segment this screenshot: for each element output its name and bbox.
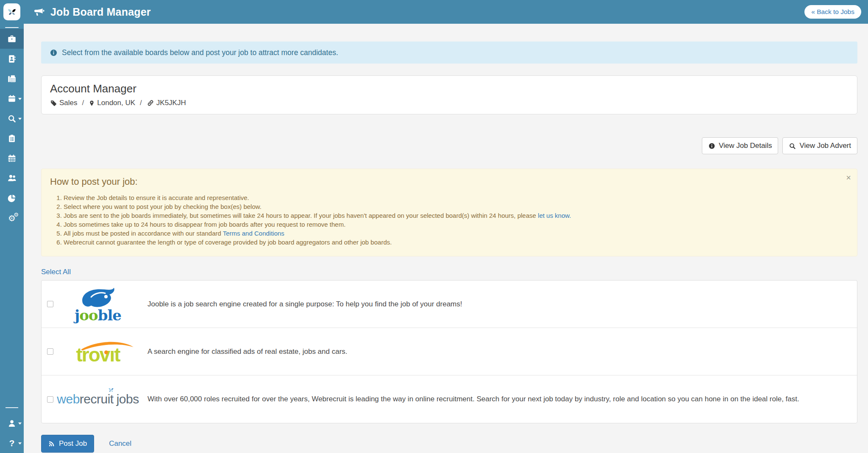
app-logo[interactable] [0,0,24,24]
page-header: Job Board Manager « Back to Jobs [24,0,868,24]
butterfly-logo-icon [3,3,20,20]
list-item: Jobs sometimes take up to 24 hours to di… [64,220,849,229]
board-description: Jooble is a job search engine created fo… [147,300,462,308]
webrecruit-wordmark: webrecruit jobs [57,392,139,406]
meta-separator: / [139,99,143,107]
board-row-jooble: jooble Jooble is a job search engine cre… [42,281,857,328]
meta-separator: / [81,99,86,107]
search-icon [7,114,17,123]
list-item: Select where you want to post your job b… [64,202,849,211]
how-to-post-panel: × How to post your job: Review the Job d… [41,169,857,256]
users-icon [7,173,17,183]
jooble-wordmark: jooble [75,309,121,322]
address-book-icon [7,54,17,64]
terms-and-conditions-link[interactable]: Terms and Conditions [223,230,284,237]
list-item: Webrecruit cannot guarantee the length o… [64,238,849,247]
select-all-link[interactable]: Select All [41,268,71,276]
sidebar-item-search[interactable] [0,108,24,128]
trovit-dot-icon [104,350,108,354]
back-to-jobs-button[interactable]: « Back to Jobs [804,5,861,19]
chevron-down-icon [18,422,22,425]
sidebar-item-account[interactable] [0,413,24,433]
job-actions: View Job Details View Job Advert [41,137,857,154]
sidebar: ⚙⚙ ? [0,0,24,453]
trovit-checkbox[interactable] [47,348,53,355]
sidebar-footer: ? [0,407,24,453]
app: ⚙⚙ ? Job Board Manager « Back to [0,0,868,453]
chevron-down-icon [18,118,22,120]
sidebar-item-calendar-grid[interactable] [0,148,24,168]
chevron-down-icon [18,98,22,100]
job-board-list: jooble Jooble is a job search engine cre… [41,280,857,423]
board-row-webrecruit: webrecruit jobs With over 60,000 roles r… [42,375,857,423]
jooble-logo: jooble [59,287,136,322]
link-icon [147,99,154,107]
view-job-details-button[interactable]: View Job Details [702,137,778,154]
sidebar-item-fax[interactable] [0,69,24,89]
info-alert: Select from the available boards below a… [41,42,857,64]
job-title: Account Manager [50,82,849,95]
sidebar-divider-top [5,27,19,28]
list-item: Jobs are sent to the job boards immediat… [64,211,849,220]
webrecruit-logo: webrecruit jobs [59,392,136,406]
list-item: All jobs must be posted in accordance wi… [64,229,849,238]
sidebar-item-briefcase[interactable] [0,29,24,49]
fax-icon [7,74,17,83]
trovit-arc-icon [78,338,142,350]
how-to-post-title: How to post your job: [50,176,849,187]
question-icon: ? [9,438,15,448]
rss-icon [48,440,55,447]
butterfly-icon [108,386,114,393]
form-footer: Post Job Cancel [41,435,857,453]
info-circle-icon [708,142,715,150]
sidebar-item-clipboard[interactable] [0,128,24,148]
page-title: Job Board Manager [50,6,151,18]
job-location: London, UK [89,99,135,107]
close-icon[interactable]: × [846,173,851,182]
main-content: Select from the available boards below a… [24,24,868,453]
post-job-button[interactable]: Post Job [41,435,94,453]
list-item: Review the Job details to ensure it is a… [64,193,849,202]
sidebar-divider-bottom [6,407,18,408]
user-icon [7,419,17,428]
sidebar-item-settings[interactable]: ⚙⚙ [0,208,24,228]
calendar-grid-icon [7,154,17,163]
info-alert-text: Select from the available boards below a… [62,48,338,57]
sidebar-item-address-book[interactable] [0,49,24,69]
how-to-post-list: Review the Job details to ensure it is a… [50,193,849,247]
map-marker-icon [89,100,95,107]
jooble-checkbox[interactable] [47,301,53,307]
content-column: Job Board Manager « Back to Jobs Select … [24,0,868,453]
gears-icon: ⚙⚙ [8,214,16,222]
sidebar-item-users[interactable] [0,168,24,188]
let-us-know-link[interactable]: let us know. [538,212,571,219]
sidebar-item-calendar[interactable] [0,89,24,108]
info-circle-icon [50,49,58,57]
sidebar-item-help[interactable]: ? [0,433,24,453]
bullhorn-icon [33,6,45,18]
board-description: A search engine for classified ads of re… [147,347,348,356]
tag-icon [50,100,57,107]
jooble-fish-icon [79,287,117,309]
cancel-link[interactable]: Cancel [109,439,131,448]
trovit-logo: trovıt [59,340,136,363]
board-description: With over 60,000 roles recruited for ove… [147,395,799,403]
job-category: Sales [50,99,78,107]
pie-chart-icon [7,194,17,203]
view-job-advert-button[interactable]: View Job Advert [782,137,857,154]
job-summary-card: Account Manager Sales / [41,75,857,114]
calendar-icon [7,94,17,103]
sidebar-item-pie-chart[interactable] [0,188,24,208]
webrecruit-checkbox[interactable] [47,396,53,403]
job-reference: JK5JKJH [147,99,186,107]
chevron-down-icon [18,442,22,445]
briefcase-icon [7,34,17,44]
clipboard-icon [7,134,17,143]
search-icon [789,142,796,150]
job-meta: Sales / London, UK / [50,99,849,107]
board-row-trovit: trovıt A search engine for classified ad… [42,328,857,375]
